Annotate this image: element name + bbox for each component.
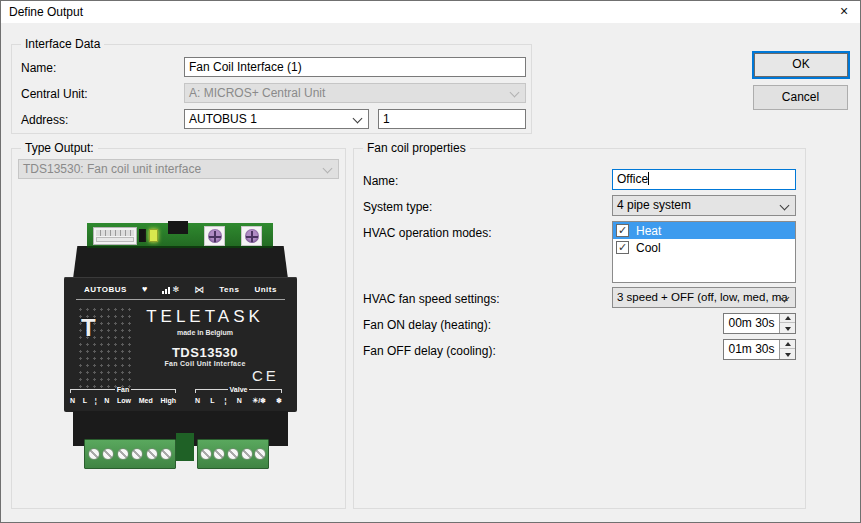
valve-section-label: Valve bbox=[228, 387, 250, 393]
fan-speed-value: 3 speed + OFF (off, low, med, ma bbox=[617, 291, 788, 303]
terminal-label: N bbox=[237, 397, 242, 405]
screw-icon bbox=[200, 448, 212, 460]
device-connector bbox=[93, 227, 137, 245]
chevron-down-icon bbox=[510, 88, 520, 98]
fan-speed-select[interactable]: 3 speed + OFF (off, low, med, ma bbox=[612, 287, 796, 308]
audio-icon: ✻ bbox=[162, 285, 179, 294]
screw-icon bbox=[213, 448, 225, 460]
spin-up-icon[interactable] bbox=[780, 340, 795, 349]
central-unit-select: A: MICROS+ Central Unit bbox=[184, 83, 526, 103]
terminal-label: Med bbox=[139, 397, 153, 404]
fan-coil-properties-group-label: Fan coil properties bbox=[363, 141, 470, 155]
heart-icon: ♥ bbox=[142, 284, 147, 294]
terminal-label: L bbox=[210, 397, 214, 405]
fan-off-delay-spinner[interactable]: 01m 30s bbox=[723, 339, 796, 360]
dialog-title: Define Output bbox=[9, 5, 83, 19]
central-unit-value: A: MICROS+ Central Unit bbox=[189, 86, 325, 100]
device-separator bbox=[76, 299, 285, 300]
screw-icon bbox=[117, 448, 129, 460]
system-type-value: 4 pipe system bbox=[617, 198, 691, 212]
screw-icon bbox=[160, 448, 172, 460]
terminal-label: N bbox=[70, 397, 75, 404]
screw-icon bbox=[146, 448, 158, 460]
screw-icon bbox=[227, 448, 239, 460]
fan-section-label: Fan bbox=[115, 387, 131, 393]
chevron-down-icon bbox=[780, 201, 790, 211]
hvac-mode-label: Cool bbox=[636, 241, 661, 255]
ce-mark: CE bbox=[252, 367, 292, 384]
terminal-label: Low bbox=[117, 397, 131, 404]
screw-icon bbox=[88, 448, 100, 460]
terminal-label: L bbox=[83, 397, 87, 404]
spin-down-icon[interactable] bbox=[780, 324, 795, 333]
teletask-t-logo: T bbox=[81, 314, 96, 342]
device-mid-tab bbox=[176, 433, 194, 461]
device-led bbox=[149, 229, 158, 242]
autobus-label: AUTOBUS bbox=[84, 285, 127, 294]
interface-data-group-label: Interface Data bbox=[21, 37, 104, 51]
spin-up-icon[interactable] bbox=[780, 314, 795, 323]
type-output-value: TDS13530: Fan coil unit interface bbox=[23, 162, 201, 176]
device-notch bbox=[168, 221, 188, 234]
terminal-label: N bbox=[104, 397, 109, 404]
ok-button[interactable]: OK bbox=[752, 51, 850, 79]
spinner-buttons bbox=[779, 340, 795, 359]
text-caret bbox=[648, 172, 649, 185]
fc-name-label: Name: bbox=[363, 174, 398, 188]
spin-down-icon[interactable] bbox=[780, 350, 795, 359]
address-number-input[interactable] bbox=[378, 109, 526, 129]
fc-name-input[interactable]: Office bbox=[612, 169, 796, 190]
fan-speed-label: HVAC fan speed settings: bbox=[363, 292, 500, 306]
brand-name: TELETASK bbox=[126, 307, 284, 327]
hvac-mode-item-heat[interactable]: ✓ Heat bbox=[613, 222, 795, 239]
connector-slot bbox=[96, 237, 134, 242]
chevron-down-icon bbox=[323, 164, 333, 174]
model-number: TDS13530 bbox=[126, 345, 284, 360]
device-chip bbox=[139, 229, 146, 242]
spinner-buttons bbox=[779, 314, 795, 333]
address-label: Address: bbox=[21, 113, 68, 127]
terminal-label: High bbox=[160, 397, 176, 404]
system-type-select[interactable]: 4 pipe system bbox=[612, 195, 796, 216]
cancel-button[interactable]: Cancel bbox=[753, 85, 848, 110]
screw-icon bbox=[102, 448, 114, 460]
checkbox-checked-icon[interactable]: ✓ bbox=[616, 224, 629, 237]
address-bus-select[interactable]: AUTOBUS 1 bbox=[184, 109, 369, 129]
titlebar[interactable]: Define Output × bbox=[1, 1, 860, 23]
hvac-mode-label: Heat bbox=[636, 224, 661, 238]
screw-icon bbox=[254, 448, 266, 460]
device-image-tds13530: AUTOBUS ♥ ✻ ⋈ Tens Units T TELETASK made… bbox=[64, 221, 297, 469]
rotary-switch-units bbox=[241, 226, 262, 246]
model-subtitle: Fan Coil Unit Interface bbox=[126, 360, 284, 367]
terminal-block-left bbox=[84, 439, 176, 469]
asterisk-icon: ✻ bbox=[172, 285, 179, 294]
terminal-label: ❄ bbox=[276, 397, 282, 405]
tens-label: Tens bbox=[219, 285, 239, 294]
made-in-label: made in Belgium bbox=[126, 329, 284, 336]
hvac-mode-item-cool[interactable]: ✓ Cool bbox=[613, 239, 795, 256]
fan-off-delay-label: Fan OFF delay (cooling): bbox=[363, 344, 496, 358]
checkbox-checked-icon[interactable]: ✓ bbox=[616, 241, 629, 254]
fan-on-delay-value: 00m 30s bbox=[724, 314, 779, 333]
close-icon[interactable]: × bbox=[833, 2, 855, 21]
terminal-label: N bbox=[195, 397, 200, 405]
connector-pins bbox=[96, 230, 134, 236]
screw-icon bbox=[241, 448, 253, 460]
terminal-label: ¦ bbox=[95, 397, 97, 404]
central-unit-label: Central Unit: bbox=[21, 87, 88, 101]
device-upper-housing bbox=[73, 246, 288, 279]
terminal-label: ¦ bbox=[225, 397, 227, 405]
device-label-row: AUTOBUS ♥ ✻ ⋈ Tens Units bbox=[76, 281, 285, 297]
hvac-modes-listbox[interactable]: ✓ Heat ✓ Cool bbox=[612, 221, 796, 283]
fc-name-value: Office bbox=[617, 172, 648, 186]
units-label: Units bbox=[254, 285, 277, 294]
valve-bowtie-icon: ⋈ bbox=[194, 284, 204, 295]
address-bus-value: AUTOBUS 1 bbox=[189, 112, 257, 126]
terminal-label: ☀/❄ bbox=[252, 397, 266, 405]
valve-terminal-labels: Valve N L ¦ N ☀/❄ ❄ bbox=[195, 389, 282, 409]
fan-on-delay-spinner[interactable]: 00m 30s bbox=[723, 313, 796, 334]
type-output-group-label: Type Output: bbox=[21, 141, 98, 155]
screw-icon bbox=[131, 448, 143, 460]
chevron-down-icon bbox=[353, 114, 363, 124]
name-input[interactable] bbox=[184, 57, 526, 77]
